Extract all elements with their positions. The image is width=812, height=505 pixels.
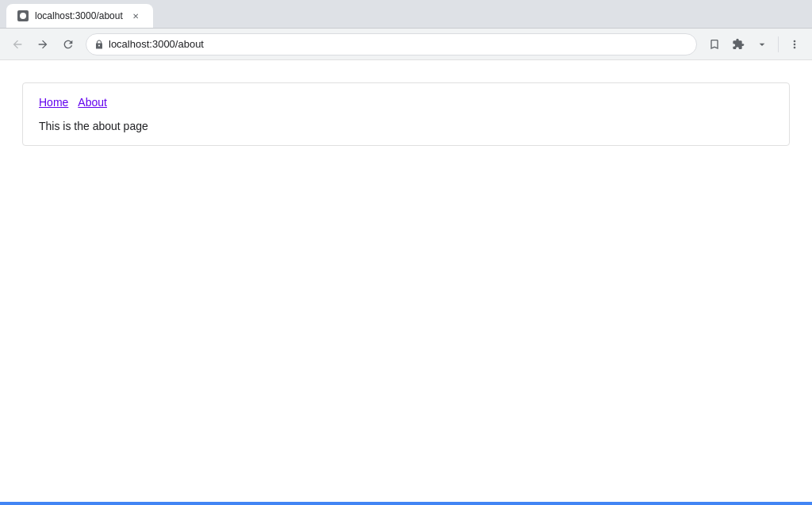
lock-icon [94,40,104,49]
about-link[interactable]: About [78,96,107,109]
page-description: This is the about page [39,120,773,132]
tab-close-button[interactable]: ✕ [129,10,142,22]
browser-toolbar [0,29,812,60]
svg-point-0 [20,13,26,19]
tab-title: localhost:3000/about [35,10,123,21]
toolbar-icons [703,33,806,55]
home-link[interactable]: Home [39,96,68,109]
toolbar-separator [778,36,779,52]
back-button[interactable] [6,33,29,55]
reload-button[interactable] [57,33,79,55]
profile-button[interactable] [751,33,773,55]
active-tab[interactable]: localhost:3000/about ✕ [6,4,153,28]
more-options-button[interactable] [783,33,806,55]
address-input[interactable] [109,38,688,50]
bookmark-button[interactable] [703,33,726,55]
bottom-bar [0,502,812,505]
forward-button[interactable] [32,33,54,55]
nav-links: Home About [39,96,773,109]
tab-bar: localhost:3000/about ✕ [0,0,812,29]
tab-favicon [17,10,29,21]
browser-chrome: localhost:3000/about ✕ [0,0,812,60]
extensions-button[interactable] [727,33,749,55]
content-box: Home About This is the about page [22,82,790,146]
page-content: Home About This is the about page [0,60,812,505]
address-bar[interactable] [86,33,697,55]
page-inner: Home About This is the about page [0,60,812,168]
